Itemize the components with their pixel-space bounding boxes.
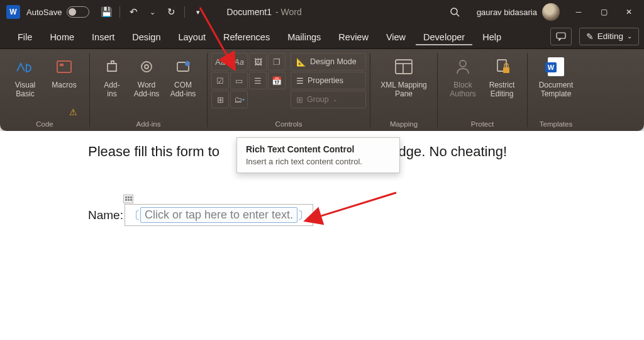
visual-basic-button[interactable]: Visual Basic: [6, 53, 44, 101]
tab-file[interactable]: File: [10, 27, 40, 46]
undo-icon[interactable]: ↶: [124, 3, 143, 21]
svg-rect-9: [396, 60, 412, 74]
tab-developer[interactable]: Developer: [416, 27, 472, 45]
svg-line-1: [457, 14, 459, 16]
xml-mapping-button[interactable]: XML Mapping Pane: [377, 53, 431, 101]
com-addin-icon: [172, 55, 194, 78]
ribbon-group-mapping: XML Mapping Pane Mapping: [370, 49, 437, 131]
tab-layout[interactable]: Layout: [170, 27, 213, 46]
legacy-tools-button[interactable]: 🗂▾: [230, 91, 248, 108]
properties-button[interactable]: ☰Properties: [291, 72, 366, 89]
name-label: Name:: [88, 208, 123, 222]
maximize-icon[interactable]: ▢: [591, 3, 616, 21]
document-template-button[interactable]: W Document Template: [534, 53, 578, 101]
svg-point-8: [185, 61, 190, 66]
word-app-icon: W: [6, 5, 20, 19]
group-icon: ⊞: [296, 95, 303, 105]
group-label-mapping: Mapping: [390, 118, 418, 130]
group-button[interactable]: ⊞Group⌄: [291, 91, 366, 108]
tab-mailings[interactable]: Mailings: [280, 27, 328, 46]
title-bar: W AutoSave 💾 ↶ ⌄ ↻ ▾ Document1 - Word ga…: [0, 0, 644, 24]
group-label-templates: Templates: [540, 118, 572, 130]
ribbon-group-addins: Add- ins Word Add-ins COM Add-ins Add-in…: [90, 49, 207, 131]
svg-rect-2: [557, 33, 565, 38]
ruler-icon: 📐: [296, 57, 306, 67]
bracket-right-icon: 〕: [297, 208, 309, 223]
svg-point-5: [142, 62, 152, 72]
bracket-left-icon: 〔: [129, 208, 140, 223]
design-mode-button[interactable]: 📐Design Mode: [291, 53, 366, 71]
warning-icon: ⚠: [69, 107, 77, 117]
rich-text-control-button[interactable]: Aa: [211, 53, 229, 71]
control-handle-icon[interactable]: [123, 195, 133, 203]
lock-icon: [491, 55, 513, 78]
building-block-control-button[interactable]: ❐: [268, 53, 286, 71]
plain-text-control-button[interactable]: Aa: [230, 53, 248, 71]
rich-text-content-control[interactable]: 〔 Click or tap here to enter text. 〕: [125, 204, 313, 226]
editing-mode-button[interactable]: ✎ Editing ⌄: [579, 28, 639, 45]
macros-icon: [53, 55, 75, 78]
autosave-label: AutoSave: [26, 8, 62, 17]
macros-button[interactable]: Macros: [45, 53, 83, 92]
tab-design[interactable]: Design: [125, 27, 168, 46]
com-addins-button[interactable]: COM Add-ins: [165, 53, 201, 101]
tooltip: Rich Text Content Control Insert a rich …: [236, 137, 400, 173]
repeating-control-button[interactable]: ⊞: [211, 91, 229, 108]
minimize-icon[interactable]: ─: [566, 3, 591, 21]
group-label-code: Code: [36, 118, 53, 130]
document-title: Document1: [226, 7, 272, 17]
group-label-protect: Protect: [471, 118, 494, 130]
svg-rect-14: [503, 67, 509, 73]
dropdown-control-button[interactable]: ☰: [249, 72, 267, 89]
svg-rect-3: [57, 61, 71, 72]
undo-dropdown-icon[interactable]: ⌄: [143, 3, 162, 21]
block-authors-button[interactable]: Block Authors: [444, 53, 482, 101]
addin-icon: [101, 55, 123, 78]
ribbon-group-protect: Block Authors Restrict Editing Protect: [438, 49, 527, 131]
qat-customize-icon[interactable]: ▾: [189, 3, 208, 21]
tab-help[interactable]: Help: [475, 27, 509, 46]
group-label-controls: Controls: [275, 118, 303, 130]
tab-insert[interactable]: Insert: [84, 27, 122, 46]
comments-button[interactable]: [550, 28, 572, 45]
word-addins-button[interactable]: Word Add-ins: [129, 53, 164, 101]
tab-references[interactable]: References: [216, 27, 277, 46]
username-label: gaurav bidasaria: [477, 8, 537, 17]
restrict-editing-button[interactable]: Restrict Editing: [483, 53, 521, 101]
tab-view[interactable]: View: [379, 27, 413, 46]
date-picker-control-button[interactable]: 📅: [268, 72, 286, 89]
word-doc-icon: W: [545, 55, 567, 78]
properties-icon: ☰: [296, 76, 304, 86]
ribbon-group-templates: W Document Template Templates: [528, 49, 584, 131]
search-icon[interactable]: [445, 3, 464, 21]
autosave-toggle[interactable]: [67, 6, 89, 18]
placeholder-text[interactable]: Click or tap here to enter text.: [140, 207, 297, 223]
redo-icon[interactable]: ↻: [162, 3, 180, 21]
tooltip-description: Insert a rich text content control.: [246, 157, 391, 166]
tab-review[interactable]: Review: [331, 27, 376, 46]
svg-point-6: [145, 65, 148, 69]
save-icon[interactable]: 💾: [97, 3, 116, 21]
combobox-control-button[interactable]: ▭: [230, 72, 248, 89]
ribbon-group-controls: Aa Aa 🖼 ❐ ☑ ▭ ☰ 📅 ⊞ 🗂▾ 📐Design Mode ☰Pro…: [208, 49, 370, 131]
app-name: - Word: [275, 7, 302, 17]
avatar[interactable]: [542, 3, 560, 21]
visual-basic-icon: [14, 55, 36, 78]
tooltip-title: Rich Text Content Control: [246, 144, 391, 154]
chevron-down-icon: ⌄: [627, 33, 632, 40]
group-label-addins: Add-ins: [136, 118, 161, 130]
addins-button[interactable]: Add- ins: [96, 53, 128, 101]
editing-label: Editing: [597, 31, 623, 41]
picture-control-button[interactable]: 🖼: [249, 53, 267, 71]
ribbon-group-code: Visual Basic Macros Code ⚠: [0, 49, 89, 131]
menu-bar: File Home Insert Design Layout Reference…: [0, 24, 644, 49]
tab-home[interactable]: Home: [42, 27, 82, 46]
svg-point-12: [460, 60, 466, 67]
xml-pane-icon: [392, 55, 415, 78]
person-icon: [452, 55, 474, 78]
svg-rect-4: [60, 64, 64, 66]
close-icon[interactable]: ✕: [616, 3, 641, 21]
checkbox-control-button[interactable]: ☑: [211, 72, 229, 89]
svg-point-0: [451, 8, 457, 14]
gear-icon: [135, 55, 158, 78]
